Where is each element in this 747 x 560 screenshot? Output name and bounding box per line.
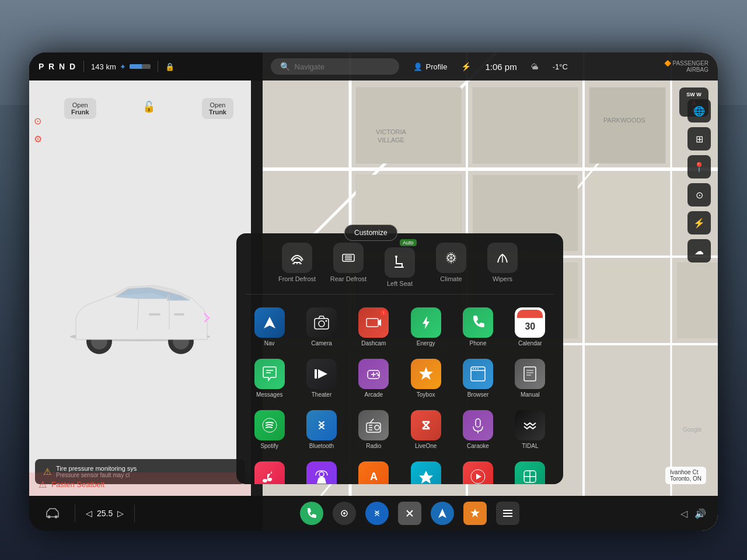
calendar-label: Calendar [518,340,542,347]
taskbar-more-btn[interactable] [496,502,519,525]
car-image [29,119,251,496]
open-trunk-button[interactable]: Open Trunk [202,98,233,119]
svg-rect-100 [503,513,512,514]
map-lightning-btn[interactable]: ⚡ [687,211,711,235]
calendar-icon: 30 [515,307,545,338]
svg-text:PARKWOODS: PARKWOODS [603,117,645,124]
app-liveone[interactable]: LiveOne [402,407,449,453]
camera-label: Camera [311,340,332,347]
svg-rect-80 [476,419,480,427]
svg-rect-10 [356,88,461,163]
applepodcasts-icon [306,461,337,484]
wipers-label: Wipers [493,275,512,282]
map-target-btn[interactable]: ⊙ [687,183,711,206]
customize-button[interactable]: Customize [344,225,397,241]
taskbar-nav-btn[interactable] [431,502,454,525]
app-bluetooth[interactable]: Bluetooth [298,407,345,453]
left-seat-label: Left Seat [387,280,413,287]
svg-point-72 [375,425,379,430]
lock-car-icon[interactable]: 🔓 [142,100,155,119]
svg-rect-49 [366,318,378,327]
app-radio[interactable]: Radio [350,407,397,453]
nav-search-input[interactable] [295,62,390,71]
battery-fill [130,64,142,69]
temperature-control: ◁ 25.5 ▷ [86,509,124,518]
taskbar-car-button[interactable] [41,502,64,525]
settings-icon-left: ⚙ [34,134,42,145]
prev-arrow[interactable]: ◁ [680,508,687,519]
app-manual[interactable]: Manual [507,355,554,402]
svg-marker-98 [470,509,480,517]
svg-rect-54 [315,369,317,379]
map-globe-btn[interactable]: 🌐 [687,99,711,123]
taskbar-close-btn[interactable] [398,502,421,525]
temp-increase-btn[interactable]: ▷ [117,509,124,518]
map-layers-btn[interactable]: ⊞ [687,127,711,150]
audible-icon: A [358,461,389,484]
taskbar: ◁ 25.5 ▷ [29,496,718,531]
app-dashcam[interactable]: ! Dashcam [350,304,397,351]
messages-label: Messages [256,391,283,398]
person-icon: 👤 [413,62,423,71]
profile-button[interactable]: 👤 Profile [413,62,448,71]
status-divider-1 [83,61,84,72]
taskbar-divider-1 [75,505,75,522]
app-theater[interactable]: Theater [298,355,345,402]
energy-icon [411,307,441,338]
compass-label: SW W [686,92,701,97]
radio-label: Radio [366,443,381,450]
volume-icon[interactable]: 🔊 [694,508,706,519]
quick-ctrl-front-defrost[interactable]: Front Defrost [274,243,320,287]
app-applepodcasts[interactable]: Apple Podcasts [298,458,345,484]
radio-icon [358,410,389,440]
app-karaoke[interactable]: Caraoke [454,407,501,453]
svg-point-48 [325,320,327,322]
svg-text:VILLAGE: VILLAGE [378,136,404,144]
taskbar-apps [145,502,673,525]
dashcam-icon: ! [358,307,389,338]
app-camera[interactable]: Camera [298,304,345,351]
app-arcade[interactable]: Arcade [350,355,397,402]
phone-label: Phone [470,340,487,347]
app-youtubemusic[interactable]: YouTube Music [454,458,501,484]
taskbar-toybox-taskbar-btn[interactable] [463,502,487,525]
app-calendar[interactable]: 30 Calendar [507,304,554,351]
lightning-icon-top: ⚡ [461,62,471,71]
app-nav[interactable]: Nav [246,304,293,351]
app-amazonmusic[interactable]: Amazon Music [402,458,449,484]
map-pin-btn[interactable]: 📍 [687,155,711,178]
tidal-icon [515,410,545,440]
taskbar-divider-2 [134,505,135,522]
taskbar-bluetooth-btn[interactable] [365,502,389,525]
profile-label: Profile [426,62,448,71]
battery-bar [130,64,151,69]
svg-marker-60 [419,367,433,380]
app-phone[interactable]: Phone [454,304,501,351]
app-applemusic[interactable]: Apple Music [246,458,293,484]
liveone-icon [411,410,441,440]
karaoke-icon [463,410,493,440]
nav-search-bar[interactable]: 🔍 [271,58,399,75]
app-spotify[interactable]: Spotify [246,407,293,453]
app-browser[interactable]: Browser [454,355,501,402]
quick-ctrl-left-seat[interactable]: Auto Left Seat [376,243,423,287]
svg-rect-11 [473,88,578,163]
taskbar-phone-btn[interactable] [300,502,323,525]
temp-decrease-btn[interactable]: ◁ [86,509,92,518]
app-tidal[interactable]: TIDAL [507,407,554,453]
manual-icon [515,359,545,389]
svg-rect-32 [149,313,160,316]
app-audible[interactable]: A Audible [350,458,397,484]
quick-ctrl-rear-defrost[interactable]: Rear Defrost [325,243,372,287]
app-energy[interactable]: Energy [402,304,449,351]
app-toybox[interactable]: Toybox [402,355,449,402]
open-frunk-button[interactable]: Open Frunk [64,98,96,119]
app-tunein[interactable]: TuneIn [507,458,554,484]
quick-ctrl-climate[interactable]: Climate [428,243,474,287]
app-messages[interactable]: Messages [246,355,293,402]
nav-icon [254,307,285,338]
quick-ctrl-wipers[interactable]: Wipers [479,243,526,287]
svg-marker-50 [423,316,430,329]
map-cloud-btn[interactable]: ☁ [687,239,711,262]
taskbar-camera-btn[interactable] [333,502,356,525]
